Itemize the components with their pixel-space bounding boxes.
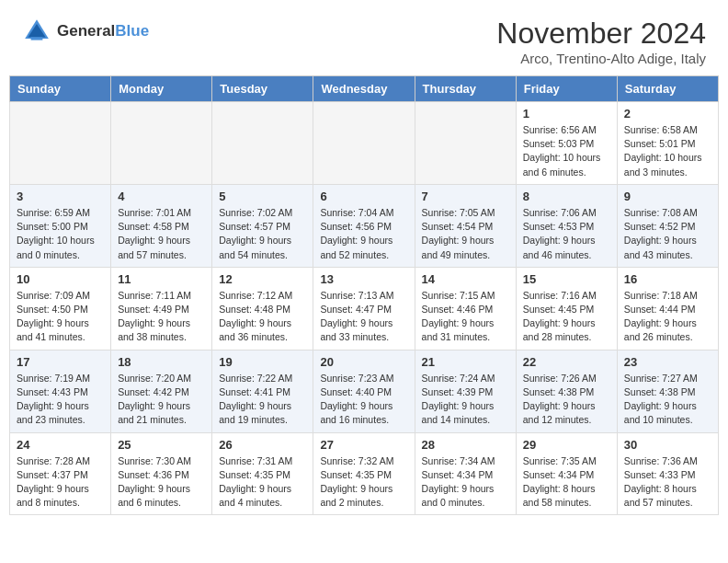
col-saturday: Saturday	[617, 76, 718, 102]
calendar-cell	[111, 102, 212, 185]
day-number: 18	[118, 355, 205, 369]
day-number: 22	[523, 355, 610, 369]
calendar-cell: 4Sunrise: 7:01 AMSunset: 4:58 PMDaylight…	[111, 184, 212, 267]
day-number: 1	[523, 107, 610, 121]
calendar-week-3: 10Sunrise: 7:09 AMSunset: 4:50 PMDayligh…	[10, 267, 719, 350]
day-info: Sunrise: 7:15 AMSunset: 4:46 PMDaylight:…	[422, 289, 509, 345]
day-info: Sunrise: 7:19 AMSunset: 4:43 PMDaylight:…	[17, 372, 104, 428]
day-number: 23	[624, 355, 711, 369]
calendar-cell: 24Sunrise: 7:28 AMSunset: 4:37 PMDayligh…	[10, 432, 111, 515]
day-number: 26	[219, 438, 306, 452]
calendar-cell: 17Sunrise: 7:19 AMSunset: 4:43 PMDayligh…	[10, 350, 111, 432]
day-number: 21	[422, 355, 509, 369]
calendar-cell: 6Sunrise: 7:04 AMSunset: 4:56 PMDaylight…	[313, 184, 415, 267]
day-number: 2	[624, 107, 711, 121]
day-info: Sunrise: 7:02 AMSunset: 4:57 PMDaylight:…	[219, 206, 306, 262]
calendar-week-5: 24Sunrise: 7:28 AMSunset: 4:37 PMDayligh…	[10, 432, 719, 515]
calendar-table: Sunday Monday Tuesday Wednesday Thursday…	[9, 75, 719, 515]
day-info: Sunrise: 7:23 AMSunset: 4:40 PMDaylight:…	[320, 372, 407, 428]
day-info: Sunrise: 7:24 AMSunset: 4:39 PMDaylight:…	[422, 372, 509, 428]
day-number: 7	[422, 190, 509, 203]
title-block: November 2024 Arco, Trentino-Alto Adige,…	[496, 17, 706, 66]
calendar-header-row: Sunday Monday Tuesday Wednesday Thursday…	[10, 76, 719, 102]
day-info: Sunrise: 7:16 AMSunset: 4:45 PMDaylight:…	[523, 289, 610, 345]
day-number: 10	[17, 272, 104, 286]
logo: GeneralBlue	[22, 17, 149, 46]
day-info: Sunrise: 7:31 AMSunset: 4:35 PMDaylight:…	[219, 454, 306, 511]
calendar-cell: 9Sunrise: 7:08 AMSunset: 4:52 PMDaylight…	[617, 184, 718, 267]
calendar-cell: 29Sunrise: 7:35 AMSunset: 4:34 PMDayligh…	[516, 432, 617, 515]
day-info: Sunrise: 7:35 AMSunset: 4:34 PMDaylight:…	[523, 454, 610, 511]
calendar-cell: 28Sunrise: 7:34 AMSunset: 4:34 PMDayligh…	[415, 432, 516, 515]
logo-text: GeneralBlue	[57, 22, 149, 40]
day-number: 4	[118, 190, 205, 203]
day-number: 13	[320, 272, 407, 286]
calendar-cell: 7Sunrise: 7:05 AMSunset: 4:54 PMDaylight…	[415, 184, 516, 267]
day-info: Sunrise: 7:34 AMSunset: 4:34 PMDaylight:…	[422, 454, 509, 511]
day-info: Sunrise: 7:36 AMSunset: 4:33 PMDaylight:…	[624, 454, 711, 511]
day-number: 19	[219, 355, 306, 369]
day-number: 14	[422, 272, 509, 286]
day-number: 30	[624, 438, 711, 452]
col-tuesday: Tuesday	[212, 76, 313, 102]
calendar-cell: 5Sunrise: 7:02 AMSunset: 4:57 PMDaylight…	[212, 184, 313, 267]
day-number: 11	[118, 272, 205, 286]
calendar-cell: 27Sunrise: 7:32 AMSunset: 4:35 PMDayligh…	[313, 432, 415, 515]
day-info: Sunrise: 6:58 AMSunset: 5:01 PMDaylight:…	[624, 123, 711, 179]
col-friday: Friday	[516, 76, 617, 102]
day-number: 28	[422, 438, 509, 452]
day-info: Sunrise: 7:05 AMSunset: 4:54 PMDaylight:…	[422, 206, 509, 262]
day-number: 9	[624, 190, 711, 203]
day-info: Sunrise: 6:59 AMSunset: 5:00 PMDaylight:…	[17, 206, 104, 262]
calendar-cell: 19Sunrise: 7:22 AMSunset: 4:41 PMDayligh…	[212, 350, 313, 432]
day-info: Sunrise: 7:08 AMSunset: 4:52 PMDaylight:…	[624, 206, 711, 262]
day-number: 24	[17, 438, 104, 452]
calendar-cell: 12Sunrise: 7:12 AMSunset: 4:48 PMDayligh…	[212, 267, 313, 350]
day-info: Sunrise: 7:06 AMSunset: 4:53 PMDaylight:…	[523, 206, 610, 262]
calendar-cell: 21Sunrise: 7:24 AMSunset: 4:39 PMDayligh…	[415, 350, 516, 432]
calendar-cell: 22Sunrise: 7:26 AMSunset: 4:38 PMDayligh…	[516, 350, 617, 432]
day-info: Sunrise: 7:13 AMSunset: 4:47 PMDaylight:…	[320, 289, 407, 345]
day-info: Sunrise: 7:32 AMSunset: 4:35 PMDaylight:…	[320, 454, 407, 511]
calendar-cell: 16Sunrise: 7:18 AMSunset: 4:44 PMDayligh…	[617, 267, 718, 350]
calendar-cell: 2Sunrise: 6:58 AMSunset: 5:01 PMDaylight…	[617, 102, 718, 185]
day-number: 5	[219, 190, 306, 203]
calendar-week-1: 1Sunrise: 6:56 AMSunset: 5:03 PMDaylight…	[10, 102, 719, 185]
day-info: Sunrise: 7:22 AMSunset: 4:41 PMDaylight:…	[219, 372, 306, 428]
day-number: 27	[320, 438, 407, 452]
calendar-cell	[415, 102, 516, 185]
day-info: Sunrise: 7:18 AMSunset: 4:44 PMDaylight:…	[624, 289, 711, 345]
col-thursday: Thursday	[415, 76, 516, 102]
day-info: Sunrise: 7:26 AMSunset: 4:38 PMDaylight:…	[523, 372, 610, 428]
calendar-cell: 10Sunrise: 7:09 AMSunset: 4:50 PMDayligh…	[10, 267, 111, 350]
calendar-container: Sunday Monday Tuesday Wednesday Thursday…	[0, 75, 728, 524]
day-number: 8	[523, 190, 610, 203]
calendar-cell: 25Sunrise: 7:30 AMSunset: 4:36 PMDayligh…	[111, 432, 212, 515]
calendar-cell	[10, 102, 111, 185]
day-number: 3	[17, 190, 104, 203]
col-wednesday: Wednesday	[313, 76, 415, 102]
day-number: 17	[17, 355, 104, 369]
calendar-cell	[212, 102, 313, 185]
day-info: Sunrise: 7:09 AMSunset: 4:50 PMDaylight:…	[17, 289, 104, 345]
calendar-cell: 18Sunrise: 7:20 AMSunset: 4:42 PMDayligh…	[111, 350, 212, 432]
day-info: Sunrise: 7:20 AMSunset: 4:42 PMDaylight:…	[118, 372, 205, 428]
svg-rect-2	[31, 37, 43, 40]
month-title: November 2024	[496, 17, 706, 51]
day-number: 25	[118, 438, 205, 452]
calendar-cell: 11Sunrise: 7:11 AMSunset: 4:49 PMDayligh…	[111, 267, 212, 350]
calendar-cell: 23Sunrise: 7:27 AMSunset: 4:38 PMDayligh…	[617, 350, 718, 432]
day-info: Sunrise: 7:27 AMSunset: 4:38 PMDaylight:…	[624, 372, 711, 428]
day-info: Sunrise: 7:12 AMSunset: 4:48 PMDaylight:…	[219, 289, 306, 345]
calendar-cell	[313, 102, 415, 185]
calendar-cell: 20Sunrise: 7:23 AMSunset: 4:40 PMDayligh…	[313, 350, 415, 432]
day-number: 15	[523, 272, 610, 286]
calendar-cell: 15Sunrise: 7:16 AMSunset: 4:45 PMDayligh…	[516, 267, 617, 350]
day-info: Sunrise: 7:30 AMSunset: 4:36 PMDaylight:…	[118, 454, 205, 511]
day-number: 16	[624, 272, 711, 286]
day-number: 20	[320, 355, 407, 369]
calendar-cell: 1Sunrise: 6:56 AMSunset: 5:03 PMDaylight…	[516, 102, 617, 185]
calendar-week-4: 17Sunrise: 7:19 AMSunset: 4:43 PMDayligh…	[10, 350, 719, 432]
col-monday: Monday	[111, 76, 212, 102]
day-number: 12	[219, 272, 306, 286]
